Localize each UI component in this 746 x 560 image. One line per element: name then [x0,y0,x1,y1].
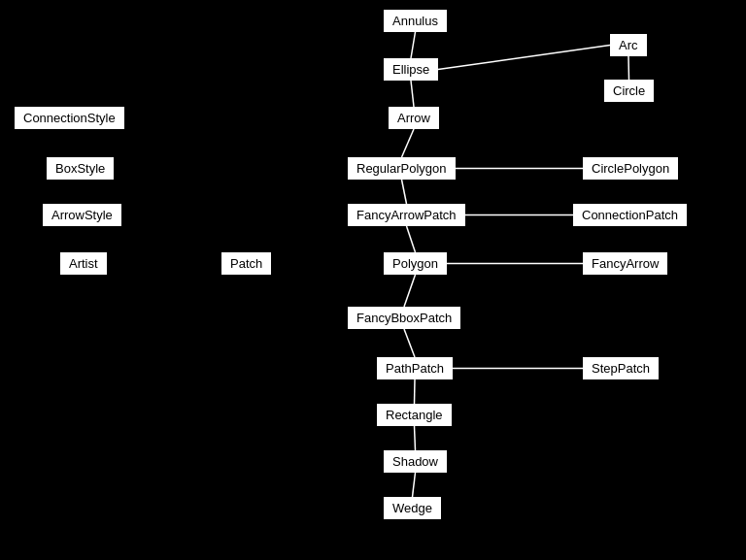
node-artist: Artist [60,252,107,275]
node-connectionpatch: ConnectionPatch [573,204,687,226]
svg-line-11 [628,56,629,80]
node-arrowstyle: ArrowStyle [43,204,121,226]
node-patch: Patch [221,252,271,275]
svg-line-6 [404,329,415,357]
svg-line-1 [411,81,414,107]
node-fancyarrow: FancyArrow [583,252,667,275]
svg-line-9 [413,473,416,497]
node-pathpatch: PathPatch [377,357,453,379]
svg-line-8 [415,426,416,450]
node-wedge: Wedge [384,497,441,519]
node-boxstyle: BoxStyle [47,157,114,180]
node-circlepolygon: CirclePolygon [583,157,678,180]
svg-line-3 [402,180,407,204]
node-rectangle: Rectangle [377,404,452,426]
svg-line-7 [415,379,416,404]
svg-line-0 [411,32,416,58]
svg-line-2 [402,129,415,157]
node-annulus: Annulus [384,10,447,32]
node-arrow: Arrow [389,107,439,129]
node-shadow: Shadow [384,450,447,473]
node-steppatch: StepPatch [583,357,659,379]
node-connectionstyle: ConnectionStyle [15,107,124,129]
node-regularpolygon: RegularPolygon [348,157,456,180]
svg-line-5 [404,275,416,307]
node-fancybboxpatch: FancyBboxPatch [348,307,460,329]
node-polygon: Polygon [384,252,447,275]
node-circle: Circle [604,80,654,102]
node-fancyarrowpatch: FancyArrowPatch [348,204,465,226]
svg-line-4 [407,226,416,252]
node-arc: Arc [610,34,647,56]
svg-line-10 [438,46,610,70]
node-ellipse: Ellipse [384,58,438,81]
